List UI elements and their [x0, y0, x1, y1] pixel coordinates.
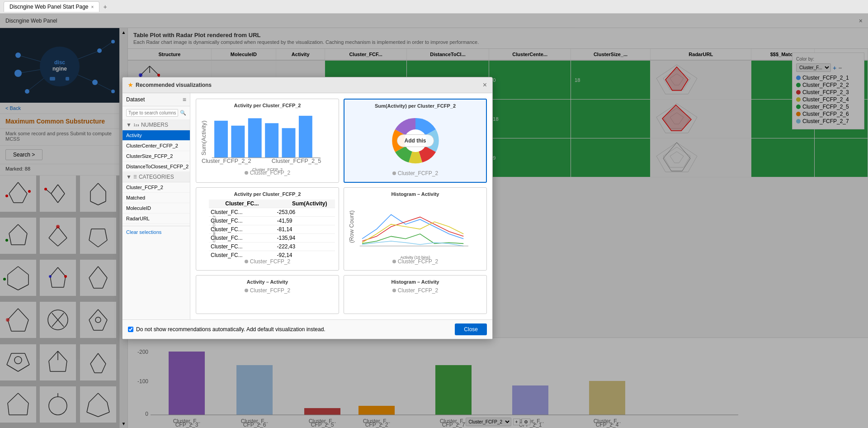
scatter-placeholder: Cluster_FCFP_2 [200, 287, 335, 310]
col-radarurl[interactable]: RadarURL [123, 214, 190, 224]
mini-data-table: Cluster_FC... Sum(Activity) Cluster_FC..… [209, 200, 335, 258]
categories-label: CATEGORIES [139, 174, 174, 180]
modal-sidebar: Dataset ≡ 🔍 ▼ 1₂₃ NUMBERS Activity Clust… [123, 93, 190, 319]
categories-section: ▼ ☰ CATEGORIES Cluster_FCFP_2 Matched Mo… [123, 172, 190, 224]
numbers-section: ▼ 1₂₃ NUMBERS Activity ClusterCenter_FCF… [123, 120, 190, 172]
viz-card-table[interactable]: Activity per Cluster_FCFP_2 Cluster_FCFP… [196, 187, 339, 271]
tab-label: Discngine Web Panel Start Page [9, 4, 89, 10]
categories-section-header: ▼ ☰ CATEGORIES [123, 172, 190, 182]
viz-card-pie[interactable]: Sum(Activity) per Cluster_FCFP_2 Add thi… [344, 99, 487, 183]
col-moleculeid[interactable]: MoleculeID [123, 203, 190, 214]
auto-show-label: Do not show recommendations automaticall… [136, 326, 326, 333]
svg-rect-172 [265, 123, 278, 157]
viz-subtitle-pie: Cluster_FCFP_2 [348, 170, 482, 176]
viz-dot-histogram [392, 260, 396, 263]
numbers-label: NUMBERS [141, 122, 168, 128]
viz-card-table-title: Activity per Cluster_FCFP_2 [200, 191, 335, 197]
dataset-label: Dataset [126, 96, 145, 103]
pie-chart-area: Add this [348, 111, 482, 170]
tab-close-icon[interactable]: × [91, 5, 94, 10]
svg-rect-170 [231, 126, 245, 158]
numbers-icon: 1₂₃ [133, 123, 139, 127]
viz-subtitle-scatter: Cluster_FCFP_2 [200, 287, 335, 294]
viz-dot-scatter [245, 289, 248, 292]
svg-text:Sum(Activity): Sum(Activity) [200, 120, 207, 155]
col-matched[interactable]: Matched [123, 193, 190, 203]
recommended-viz-modal: ★ Recommended visualizations × Dataset ≡… [122, 77, 493, 339]
viz-subtitle-table: Cluster_FCFP_2 [200, 258, 335, 265]
svg-rect-169 [214, 121, 228, 158]
viz-card-histogram2[interactable]: Histogram – Activity Cluster_FCFP_2 [344, 275, 487, 314]
dataset-area: Dataset ≡ [123, 93, 190, 106]
modal-close-btn[interactable]: Close [455, 323, 487, 335]
viz-subtitle-table-text: Cluster_FCFP_2 [250, 258, 290, 265]
star-icon: ★ [128, 82, 133, 88]
modal-title: ★ Recommended visualizations [128, 82, 212, 88]
add-tab-button[interactable]: + [103, 3, 107, 10]
svg-rect-173 [282, 128, 296, 157]
browser-chrome: Discngine Web Panel Start Page × + [0, 0, 868, 14]
modal-overlay: ★ Recommended visualizations × Dataset ≡… [0, 14, 868, 428]
browser-tab[interactable]: Discngine Web Panel Start Page × [4, 1, 99, 12]
search-icon: 🔍 [180, 110, 186, 116]
svg-text:Cluster_FCFP_2_5: Cluster_FCFP_2_5 [272, 157, 321, 164]
col-cluster-center[interactable]: ClusterCenter_FCFP_2 [123, 141, 190, 151]
categories-icon: ☰ [133, 175, 137, 179]
histogram-chart-area: (Row Count) Activity (10 bins) [348, 200, 483, 258]
viz-card-histogram-title: Histogram – Activity [348, 191, 483, 197]
viz-dot-pie [392, 171, 396, 175]
svg-text:Cluster_FCFP_2_2: Cluster_FCFP_2_2 [202, 157, 251, 164]
bar-chart-area: Sum(Activity) Cluster_FCFP_2_2 [200, 111, 335, 170]
modal-header: ★ Recommended visualizations × [123, 77, 492, 93]
bar-chart-svg: Sum(Activity) Cluster_FCFP_2_2 [200, 111, 335, 165]
table-chart-area: Cluster_FCFP_2 Cluster_FC... Sum(Activit… [200, 200, 335, 258]
viz-card-scatter-title: Activity – Activity [200, 279, 335, 285]
svg-rect-174 [299, 116, 312, 158]
viz-dot-table [245, 260, 248, 263]
col-distance-closest[interactable]: DistanceToClosest_FCFP_2 [123, 162, 190, 172]
viz-card-pie-title: Sum(Activity) per Cluster_FCFP_2 [348, 103, 482, 109]
col-activity[interactable]: Activity [123, 130, 190, 141]
clear-selections-link[interactable]: Clear selections [126, 229, 161, 235]
search-col: 🔍 [123, 106, 190, 120]
auto-show-checkbox[interactable] [128, 327, 133, 332]
viz-dot-histogram2 [392, 289, 396, 292]
col-cluster-size[interactable]: ClusterSize_FCFP_2 [123, 151, 190, 162]
viz-subtitle-histogram2: Cluster_FCFP_2 [348, 287, 483, 294]
numbers-section-header: ▼ 1₂₃ NUMBERS [123, 120, 190, 130]
dataset-header: Dataset ≡ [123, 93, 190, 106]
hamburger-icon[interactable]: ≡ [183, 96, 186, 103]
viz-card-histogram2-title: Histogram – Activity [348, 279, 483, 285]
viz-card-scatter[interactable]: Activity – Activity Cluster_FCFP_2 [196, 275, 339, 314]
viz-subtitle-scatter-text: Cluster_FCFP_2 [250, 287, 290, 294]
col-cluster-fcfp2[interactable]: Cluster_FCFP_2 [123, 182, 190, 193]
viz-grid: Activity per Cluster_FCFP_2 Sum(Activity… [190, 93, 492, 319]
add-this-overlay[interactable]: Add this [397, 134, 434, 147]
viz-card-bar-title: Activity per Cluster_FCFP_2 [200, 103, 335, 108]
histogram2-placeholder: Cluster_FCFP_2 [348, 287, 483, 310]
viz-subtitle-histogram2-text: Cluster_FCFP_2 [398, 287, 438, 294]
histogram-svg: (Row Count) [348, 200, 483, 254]
viz-subtitle-pie-text: Cluster_FCFP_2 [398, 170, 438, 176]
bar-chart-x-label: Cluster_FCFP_2 [200, 167, 335, 172]
numbers-expand-icon[interactable]: ▼ [126, 122, 132, 128]
y-axis-label: Cluster_FCFP_2 [212, 215, 216, 243]
modal-close-button[interactable]: × [483, 81, 487, 89]
modal-footer-left: Do not show recommendations automaticall… [128, 326, 326, 333]
viz-card-bar[interactable]: Activity per Cluster_FCFP_2 Sum(Activity… [196, 99, 339, 183]
column-search-input[interactable] [126, 109, 178, 117]
categories-expand-icon[interactable]: ▼ [126, 174, 132, 180]
viz-card-histogram[interactable]: Histogram – Activity (Row Count) [344, 187, 487, 271]
histogram-x-label: Activity (10 bins) [348, 255, 483, 260]
svg-rect-171 [248, 118, 262, 157]
svg-text:(Row Count): (Row Count) [348, 210, 355, 243]
modal-footer: Do not show recommendations automaticall… [123, 319, 492, 339]
clear-selections[interactable]: Clear selections [123, 226, 190, 238]
modal-body: Dataset ≡ 🔍 ▼ 1₂₃ NUMBERS Activity Clust… [123, 93, 492, 319]
